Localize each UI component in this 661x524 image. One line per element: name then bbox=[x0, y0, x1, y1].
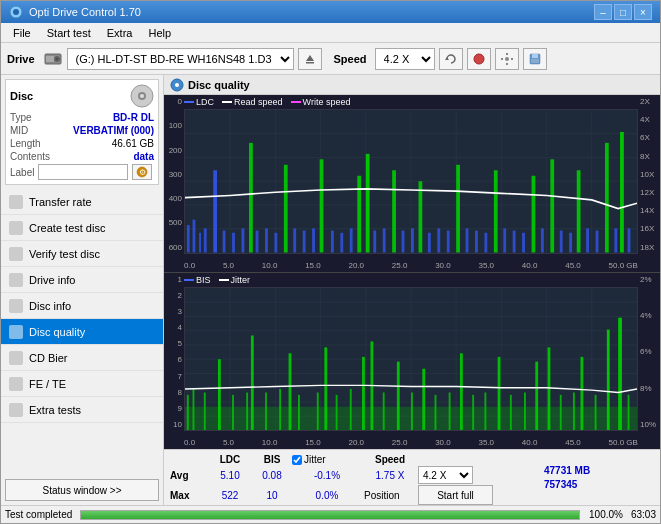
y-label-right-4pct: 4% bbox=[638, 311, 660, 320]
refresh-button[interactable] bbox=[439, 48, 463, 70]
right-panel: Disc quality LDC Read speed bbox=[164, 75, 660, 505]
menu-file[interactable]: File bbox=[5, 25, 39, 41]
nav-verify-test-disc[interactable]: Verify test disc bbox=[1, 241, 163, 267]
top-chart: LDC Read speed Write speed 600 bbox=[164, 95, 660, 273]
x-20: 20.0 bbox=[348, 261, 364, 270]
window-title: Opti Drive Control 1.70 bbox=[29, 6, 141, 18]
settings-button[interactable] bbox=[495, 48, 519, 70]
jitter-legend: Jitter bbox=[219, 275, 251, 285]
y-label-400: 400 bbox=[164, 194, 184, 203]
nav-drive-info[interactable]: Drive info bbox=[1, 267, 163, 293]
bx-20: 20.0 bbox=[348, 438, 364, 447]
title-bar-controls: – □ × bbox=[594, 4, 652, 20]
start-full-button[interactable]: Start full bbox=[418, 485, 493, 505]
burn-button[interactable] bbox=[467, 48, 491, 70]
eject-button[interactable] bbox=[298, 48, 322, 70]
nav-create-test-disc[interactable]: Create test disc bbox=[1, 215, 163, 241]
svg-text:⚙: ⚙ bbox=[139, 168, 146, 177]
close-button[interactable]: × bbox=[634, 4, 652, 20]
stat-bis-header: BIS bbox=[254, 454, 290, 465]
svg-rect-77 bbox=[522, 233, 525, 253]
svg-rect-80 bbox=[550, 159, 554, 252]
svg-rect-135 bbox=[498, 356, 501, 430]
svg-rect-131 bbox=[449, 392, 451, 430]
svg-rect-82 bbox=[569, 233, 572, 253]
y-label-right-2x: 2X bbox=[638, 97, 660, 106]
svg-rect-42 bbox=[204, 228, 207, 252]
top-chart-inner bbox=[184, 109, 638, 254]
read-speed-legend-dot bbox=[222, 101, 232, 103]
disc-quality-icon-header bbox=[170, 78, 184, 92]
status-window-button[interactable]: Status window >> bbox=[5, 479, 159, 501]
menu-extra[interactable]: Extra bbox=[99, 25, 141, 41]
y-label-200: 200 bbox=[164, 146, 184, 155]
menu-help[interactable]: Help bbox=[140, 25, 179, 41]
y-label-2: 2 bbox=[164, 291, 184, 300]
svg-rect-118 bbox=[289, 353, 292, 430]
bx-50: 50.0 GB bbox=[609, 438, 638, 447]
speed-select[interactable]: 4.2 X bbox=[375, 48, 435, 70]
disc-info-icon bbox=[9, 299, 23, 313]
disc-label-row: Label ⚙ bbox=[10, 164, 154, 180]
disc-mid-value: VERBATIMf (000) bbox=[73, 125, 154, 136]
status-text: Test completed bbox=[5, 509, 72, 520]
svg-rect-137 bbox=[524, 392, 526, 430]
bx-0: 0.0 bbox=[184, 438, 195, 447]
disc-label-input[interactable] bbox=[38, 164, 128, 180]
svg-rect-43 bbox=[213, 170, 217, 252]
bis-legend-dot bbox=[184, 279, 194, 281]
y-label-6: 6 bbox=[164, 355, 184, 364]
nav-disc-info-label: Disc info bbox=[29, 300, 71, 312]
svg-rect-54 bbox=[312, 228, 315, 252]
disc-type-row: Type BD-R DL bbox=[10, 112, 154, 123]
stat-speed-select[interactable]: 4.2 X bbox=[418, 466, 473, 484]
bottom-chart-legend: BIS Jitter bbox=[184, 275, 250, 285]
speed-label: Speed bbox=[334, 53, 367, 65]
y-label-3: 3 bbox=[164, 307, 184, 316]
nav-transfer-rate[interactable]: Transfer rate bbox=[1, 189, 163, 215]
drive-select[interactable]: (G:) HL-DT-ST BD-RE WH16NS48 1.D3 bbox=[67, 48, 294, 70]
minimize-button[interactable]: – bbox=[594, 4, 612, 20]
svg-point-1 bbox=[13, 9, 19, 15]
maximize-button[interactable]: □ bbox=[614, 4, 632, 20]
disc-contents-value: data bbox=[133, 151, 154, 162]
svg-rect-83 bbox=[577, 170, 581, 252]
svg-point-10 bbox=[505, 57, 509, 61]
verify-test-disc-icon bbox=[9, 247, 23, 261]
disc-label-button[interactable]: ⚙ bbox=[132, 164, 152, 180]
disc-title: Disc bbox=[10, 90, 33, 102]
disc-type-label: Type bbox=[10, 112, 32, 123]
svg-rect-71 bbox=[466, 228, 469, 252]
disc-panel: Disc Type BD-R DL MID VERBATIMf (000) bbox=[5, 79, 159, 185]
disc-quality-header: Disc quality bbox=[164, 75, 660, 95]
nav-disc-info[interactable]: Disc info bbox=[1, 293, 163, 319]
nav-verify-test-disc-label: Verify test disc bbox=[29, 248, 100, 260]
y-label-right-14x: 14X bbox=[638, 206, 660, 215]
svg-rect-61 bbox=[373, 231, 376, 253]
svg-rect-56 bbox=[331, 231, 334, 253]
svg-rect-116 bbox=[265, 392, 267, 430]
jitter-check[interactable] bbox=[292, 455, 302, 465]
position-value-row: 47731 MB bbox=[544, 465, 656, 476]
svg-rect-65 bbox=[411, 228, 414, 252]
nav-disc-quality[interactable]: Disc quality bbox=[1, 319, 163, 345]
svg-rect-121 bbox=[324, 347, 327, 430]
y-label-right-2pct: 2% bbox=[638, 275, 660, 284]
status-time: 63:03 bbox=[631, 509, 656, 520]
status-bar: Test completed 100.0% 63:03 bbox=[1, 505, 660, 523]
ldc-legend: LDC bbox=[184, 97, 214, 107]
bottom-chart-inner bbox=[184, 287, 638, 432]
svg-rect-72 bbox=[475, 231, 478, 253]
drive-info-icon bbox=[9, 273, 23, 287]
bottom-chart-y-labels: 10 9 8 7 6 5 4 3 2 1 bbox=[164, 273, 184, 432]
top-chart-y-labels: 600 500 400 300 200 100 0 bbox=[164, 95, 184, 254]
nav-cd-bier[interactable]: CD Bier bbox=[1, 345, 163, 371]
nav-fe-te[interactable]: FE / TE bbox=[1, 371, 163, 397]
save-button[interactable] bbox=[523, 48, 547, 70]
svg-rect-12 bbox=[506, 63, 508, 65]
svg-rect-140 bbox=[560, 394, 562, 430]
nav-extra-tests[interactable]: Extra tests bbox=[1, 397, 163, 423]
svg-rect-109 bbox=[187, 394, 189, 430]
menu-start-test[interactable]: Start test bbox=[39, 25, 99, 41]
samples-value: 757345 bbox=[544, 479, 577, 490]
